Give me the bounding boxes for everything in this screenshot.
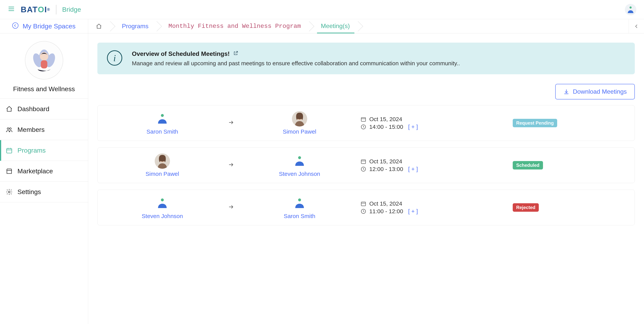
calendar-icon [360,116,366,122]
top-bar: BATOI® Bridge [0,0,644,19]
nav-label: Members [18,126,45,133]
store-icon [6,168,13,175]
meeting-status: Scheduled [513,161,627,170]
svg-point-11 [10,128,11,129]
meeting-time: 12:00 - 13:00 [369,166,403,172]
svg-point-33 [298,199,301,201]
meeting-datetime: Oct 15, 202412:00 - 13:00[ + ] [360,157,509,174]
banner-description: Manage and review all upcoming and past … [132,60,460,67]
sidebar-item-settings[interactable]: Settings [0,182,88,202]
meeting-time: 11:00 - 12:00 [369,208,403,215]
arrow-right-icon [223,120,239,127]
banner-title: Overview of Scheduled Meetings! [132,50,230,57]
meeting-from-person[interactable]: Saron Smith [105,111,220,135]
nav-label: Marketplace [18,167,53,175]
breadcrumb-program-name[interactable]: Monthly Fitness and Wellness Program [157,19,309,33]
sidebar-item-programs[interactable]: Programs [0,140,88,161]
expand-time-button[interactable]: [ + ] [408,208,418,215]
breadcrumb-home[interactable] [88,19,110,33]
breadcrumb-program-label: Monthly Fitness and Wellness Program [168,23,301,30]
meeting-row: Simon Pawel Steven JohnsonOct 15, 202412… [97,147,635,183]
person-avatar-icon [155,153,170,169]
breadcrumb-meetings[interactable]: Meeting(s) [309,19,358,33]
sidebar-item-marketplace[interactable]: Marketplace [0,161,88,182]
chevron-left-icon [634,24,639,29]
svg-point-16 [8,191,10,193]
svg-rect-9 [41,60,47,69]
meeting-row: Saron Smith Simon PawelOct 15, 202414:00… [97,105,635,141]
svg-rect-12 [7,148,12,153]
main-content: i Overview of Scheduled Meetings! Manage… [88,33,644,324]
svg-point-31 [161,199,164,201]
arrow-right-icon [223,162,239,169]
expand-time-button[interactable]: [ + ] [408,124,418,130]
clock-icon [360,124,366,130]
my-spaces-link[interactable]: My Bridge Spaces [0,19,88,33]
expand-time-button[interactable]: [ + ] [408,166,418,172]
breadcrumb: Programs Monthly Fitness and Wellness Pr… [88,19,629,33]
product-name: Bridge [62,6,81,13]
download-label: Download Meetings [573,88,627,95]
person-name: Steven Johnson [105,213,220,219]
breadcrumb-programs[interactable]: Programs [110,19,157,33]
gear-icon [6,189,13,195]
meeting-time: 14:00 - 15:00 [369,124,403,130]
person-avatar-icon [155,196,170,211]
nav-label: Dashboard [18,105,49,113]
home-icon [6,106,13,112]
hamburger-icon[interactable] [8,5,15,14]
breadcrumb-collapse[interactable] [629,19,644,33]
svg-point-3 [630,6,632,9]
logo-text: BATOI® [21,5,50,14]
sidebar-item-dashboard[interactable]: Dashboard [0,99,88,119]
meeting-from-person[interactable]: Steven Johnson [105,196,220,219]
meeting-status: Rejected [513,203,627,212]
external-link-icon[interactable] [233,51,238,57]
calendar-icon [360,158,366,164]
clock-icon [360,209,366,214]
page-body: Fitness and Wellness Dashboard Members P… [0,33,644,324]
meeting-from-person[interactable]: Simon Pawel [105,153,220,177]
person-avatar-icon [155,111,170,126]
meeting-to-person[interactable]: Saron Smith [242,196,357,219]
person-avatar-icon [292,111,307,126]
meeting-status: Request Pending [513,119,627,127]
info-banner: i Overview of Scheduled Meetings! Manage… [97,43,635,74]
download-icon [563,89,570,95]
sidebar: Fitness and Wellness Dashboard Members P… [0,33,88,324]
banner-text: Overview of Scheduled Meetings! Manage a… [132,50,460,67]
top-bar-left: BATOI® Bridge [8,5,81,14]
actions-row: Download Meetings [97,84,635,99]
breadcrumb-meetings-label: Meeting(s) [321,23,350,30]
svg-point-10 [7,128,9,129]
arrow-right-icon [223,204,239,211]
meetings-list: Saron Smith Simon PawelOct 15, 202414:00… [97,105,635,225]
sidebar-item-members[interactable]: Members [0,119,88,140]
brand-logo[interactable]: BATOI® Bridge [21,5,81,14]
calendar-icon [360,201,366,207]
svg-point-4 [12,23,18,28]
meeting-datetime: Oct 15, 202414:00 - 15:00[ + ] [360,115,509,131]
meeting-date: Oct 15, 2024 [369,116,402,122]
nav-label: Settings [18,188,41,196]
download-meetings-button[interactable]: Download Meetings [555,84,635,99]
status-badge: Scheduled [513,161,543,170]
person-name: Saron Smith [242,213,357,219]
svg-rect-28 [361,160,366,164]
meditation-icon [28,44,60,77]
svg-point-17 [161,114,164,117]
svg-rect-34 [361,202,366,206]
home-icon [96,23,102,29]
svg-point-27 [298,156,301,159]
members-icon [6,126,13,133]
breadcrumb-programs-label: Programs [122,23,148,30]
space-avatar [25,41,63,79]
meeting-to-person[interactable]: Simon Pawel [242,111,357,135]
person-avatar-icon [292,196,307,211]
user-avatar-menu[interactable] [625,4,636,15]
person-name: Simon Pawel [242,128,357,135]
meeting-datetime: Oct 15, 202411:00 - 12:00[ + ] [360,199,509,216]
meeting-to-person[interactable]: Steven Johnson [242,153,357,177]
meeting-row: Steven Johnson Saron SmithOct 15, 202411… [97,190,635,225]
clock-icon [360,166,366,172]
